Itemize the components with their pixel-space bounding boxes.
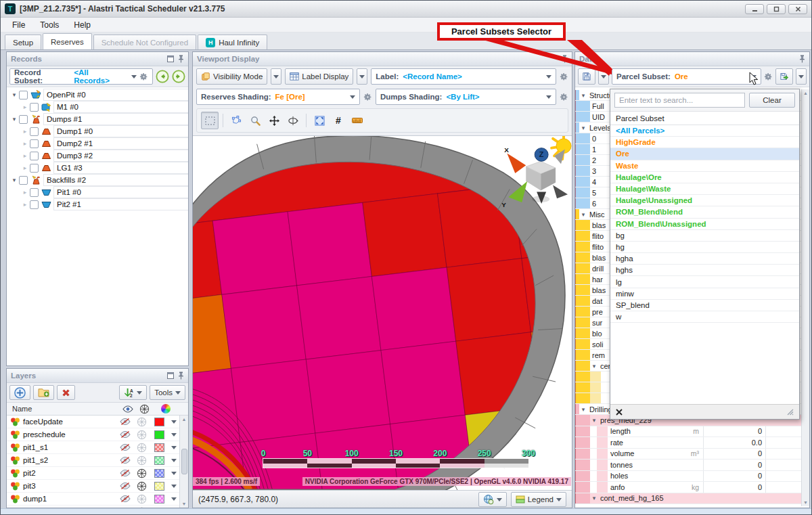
visibility-mode-button[interactable]: Visibility Mode	[196, 68, 267, 85]
parcel-subset-option-sp-blend[interactable]: SP_blend	[610, 300, 799, 311]
wireframe-icon[interactable]	[133, 430, 150, 440]
layer-color-swatch[interactable]	[154, 508, 164, 508]
menu-file[interactable]: File	[5, 19, 32, 31]
parcel-subset-option-hg[interactable]: hg	[610, 242, 799, 253]
checkbox[interactable]	[30, 200, 39, 209]
eye-off-icon[interactable]	[117, 456, 133, 464]
data-row-length[interactable]: lengthm0	[575, 426, 809, 438]
gear-icon[interactable]	[560, 72, 568, 81]
wireframe-icon[interactable]	[133, 455, 150, 466]
data-row-tonnes[interactable]: tonnes0	[575, 460, 809, 471]
chevron-down-icon[interactable]	[168, 484, 179, 488]
viewport-3d-scene[interactable]: Z X Y 050100150200250300 384 fps | 2.600…	[193, 135, 572, 490]
parcel-subset-option-minw[interactable]: minw	[610, 288, 799, 300]
pin-icon[interactable]	[562, 55, 568, 63]
tab-setup[interactable]: Setup	[5, 35, 41, 49]
tree-item-m1-0[interactable]: ▸M1 #0	[7, 101, 188, 113]
checkbox[interactable]	[30, 152, 39, 160]
add-layer-button[interactable]	[9, 385, 30, 400]
wireframe-column-icon[interactable]	[136, 404, 152, 414]
chevron-down-icon[interactable]	[168, 432, 179, 436]
minimize-button[interactable]	[745, 4, 764, 14]
parcel-subset-option-w[interactable]: w	[610, 311, 799, 323]
layer-color-swatch[interactable]	[154, 418, 164, 426]
tree-item-openpit-0[interactable]: ▾OpenPit #0	[7, 89, 188, 101]
parcel-subset-option-ore[interactable]: Ore	[610, 148, 799, 160]
layer-row-dump2[interactable]: dump2	[7, 506, 188, 508]
close-icon[interactable]	[616, 409, 623, 416]
dumps-shading-combo[interactable]: Dumps Shading: <By Lift>	[376, 89, 556, 105]
wireframe-icon[interactable]	[133, 417, 150, 427]
checkbox[interactable]	[19, 91, 28, 99]
layer-row-pit1-s2[interactable]: pit1_s2	[7, 454, 188, 467]
data-row-value[interactable]: 0	[704, 471, 766, 482]
expand-arrow-icon[interactable]: ▸	[20, 164, 30, 171]
checkbox[interactable]	[19, 176, 28, 185]
export-dropdown[interactable]	[796, 68, 807, 85]
eye-off-icon[interactable]	[117, 495, 133, 503]
pin-icon[interactable]	[178, 55, 184, 63]
record-subset-combo[interactable]: Record Subset: <All Records>	[9, 68, 153, 85]
data-row-holes[interactable]: holes0	[575, 471, 809, 483]
checkbox[interactable]	[19, 115, 28, 124]
collapse-arrow-icon[interactable]: ▾	[9, 91, 19, 98]
gear-icon[interactable]	[764, 72, 773, 81]
collapse-arrow-icon[interactable]: ▾	[590, 363, 598, 370]
collapse-arrow-icon[interactable]: ▾	[590, 417, 598, 424]
data-row-anfo[interactable]: anfokg0	[575, 482, 809, 493]
parcel-subset-option-haulage-ore[interactable]: Haulage\Ore	[610, 172, 799, 183]
layer-color-swatch[interactable]	[154, 456, 164, 465]
color-column-icon[interactable]	[152, 404, 179, 413]
parcel-subset-option-haulage-unassigned[interactable]: Haulage\Unassigned	[610, 195, 799, 206]
parcel-subset-option-hghs[interactable]: hghs	[610, 265, 799, 276]
layers-name-column[interactable]: Name	[7, 405, 120, 413]
chevron-down-icon[interactable]	[168, 497, 179, 501]
collapse-arrow-icon[interactable]: ▾	[590, 495, 598, 501]
checkbox[interactable]	[30, 103, 39, 112]
wireframe-icon[interactable]	[133, 507, 150, 508]
pin-icon[interactable]	[178, 372, 184, 380]
collapse-arrow-icon[interactable]: ▾	[9, 116, 19, 122]
ruler-tool[interactable]	[348, 112, 366, 129]
data-row-rate[interactable]: rate0.0	[575, 437, 809, 449]
chevron-down-icon[interactable]	[747, 74, 757, 79]
tab-haul-infinity[interactable]: HHaul Infinity	[198, 35, 267, 49]
orbit-tool[interactable]	[284, 112, 302, 129]
layer-row-preschedule[interactable]: preschedule	[7, 428, 188, 441]
eye-off-icon[interactable]	[117, 430, 133, 439]
collapse-arrow-icon[interactable]: ▾	[579, 125, 587, 131]
search-input[interactable]	[614, 93, 745, 108]
chevron-down-icon[interactable]	[168, 445, 179, 449]
parcel-subset-option-highgrade[interactable]: HighGrade	[610, 137, 799, 148]
resize-grip-icon[interactable]	[787, 409, 794, 416]
data-subgroup-cont-medi-hg-165[interactable]: ▾cont_medi_hg_165	[575, 493, 809, 505]
tree-item-lg1-3[interactable]: ▸LG1 #3	[7, 162, 188, 174]
parcel-subset-option-hgha[interactable]: hgha	[610, 253, 799, 265]
tree-item-pit1-0[interactable]: ▸Pit1 #0	[7, 186, 188, 198]
layers-scrollbar[interactable]: ▲▼	[179, 416, 188, 508]
wireframe-icon[interactable]	[133, 494, 150, 504]
parcel-subset-option-haulage-waste[interactable]: Haulage\Waste	[610, 183, 799, 195]
collapse-arrow-icon[interactable]: ▾	[579, 406, 587, 413]
layer-color-swatch[interactable]	[154, 443, 164, 452]
delete-layer-button[interactable]	[57, 385, 75, 400]
eye-off-icon[interactable]	[117, 443, 133, 451]
checkbox[interactable]	[30, 139, 39, 148]
gear-icon[interactable]	[363, 93, 372, 102]
data-row-value[interactable]: 0.0	[704, 437, 766, 448]
layer-color-swatch[interactable]	[154, 482, 164, 491]
wireframe-icon[interactable]	[133, 443, 150, 453]
reserves-shading-combo[interactable]: Reserves Shading: Fe [Ore]	[196, 89, 360, 105]
layer-color-swatch[interactable]	[154, 469, 164, 478]
visibility-column-eye-icon[interactable]	[120, 405, 136, 413]
parcel-subset-option-lg[interactable]: lg	[610, 276, 799, 288]
layer-row-faceupdate[interactable]: faceUpdate	[7, 416, 188, 428]
menu-tools[interactable]: Tools	[32, 19, 66, 31]
expand-arrow-icon[interactable]: ▸	[20, 152, 30, 159]
expand-arrow-icon[interactable]: ▸	[20, 128, 30, 135]
expand-arrow-icon[interactable]: ▸	[20, 104, 30, 110]
layer-row-pit2[interactable]: pit2	[7, 467, 188, 480]
label-display-button[interactable]: Label Display	[285, 68, 353, 85]
label-display-dropdown[interactable]	[357, 68, 367, 85]
parcel-subset-option-rom-blend-unassigned[interactable]: ROM_Blend\Unassigned	[610, 219, 799, 230]
